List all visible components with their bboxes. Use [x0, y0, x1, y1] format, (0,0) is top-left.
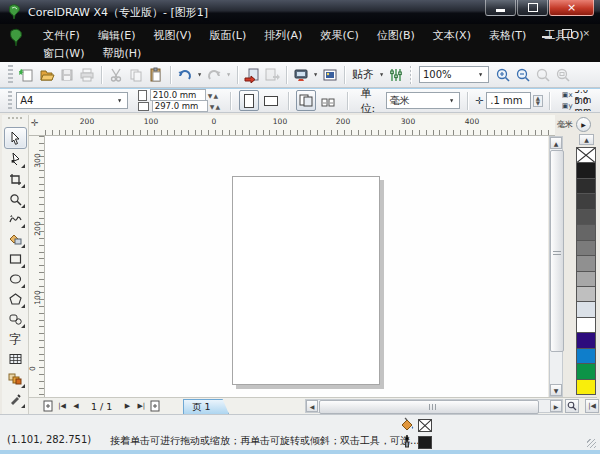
menu-bitmaps[interactable]: 位图(B) [368, 27, 424, 44]
first-page-button[interactable]: |◀ [55, 399, 69, 414]
menu-layout[interactable]: 版面(L) [201, 27, 256, 44]
duplicate-y-field[interactable]: 5.0 mm [575, 96, 600, 111]
scroll-left-button[interactable]: ◀ [306, 400, 318, 412]
paste-icon[interactable] [146, 65, 166, 85]
menu-help[interactable]: 帮助(H) [93, 45, 150, 62]
document-page[interactable] [232, 176, 380, 385]
vertical-ruler[interactable]: 300 200 100 0 [29, 136, 45, 397]
toolbar-grip[interactable] [8, 65, 13, 85]
menu-file[interactable]: 文件(F) [34, 27, 89, 44]
menu-effects[interactable]: 效果(C) [311, 27, 367, 44]
interactive-blend-tool[interactable] [5, 369, 26, 389]
zoom-in-icon[interactable] [493, 65, 513, 85]
units-select[interactable]: 毫米 ▼ [386, 92, 460, 109]
horizontal-ruler[interactable]: ✛ 200 100 0 100 200 300 400 [29, 115, 555, 136]
zoom-out-icon[interactable] [513, 65, 533, 85]
menu-edit[interactable]: 编辑(E) [89, 27, 145, 44]
smart-fill-tool[interactable] [5, 229, 26, 249]
palette-scroll-up-button[interactable]: ▲ [579, 134, 594, 145]
document-navigator-button[interactable] [565, 399, 579, 413]
last-page-button[interactable]: ▶| [134, 399, 148, 414]
scroll-up-button[interactable]: ▲ [550, 137, 562, 149]
ruler-origin-icon[interactable]: ✛ [31, 118, 39, 128]
palette-flyout-button[interactable]: ▶ [576, 117, 591, 132]
open-icon[interactable] [37, 65, 57, 85]
page-indicator[interactable]: 1 / 1 [91, 401, 112, 412]
application-launcher-icon[interactable] [291, 65, 311, 85]
paper-type-select[interactable]: A4 ▼ [16, 92, 128, 109]
import-icon[interactable] [242, 65, 262, 85]
color-swatch[interactable] [576, 163, 596, 178]
horizontal-scrollbar[interactable]: ◀ ▶ [305, 399, 563, 413]
color-swatch[interactable] [576, 179, 596, 194]
page-tab[interactable]: 页 1 [183, 399, 229, 414]
launcher-dropdown-icon[interactable]: ▼ [313, 72, 318, 77]
color-swatch[interactable] [576, 380, 596, 395]
restore-button[interactable] [517, 0, 548, 16]
add-page-before-button[interactable] [41, 399, 55, 414]
paper-height-spinner[interactable]: ▼▲ [210, 103, 221, 110]
next-page-button[interactable]: ▶ [120, 399, 134, 414]
menu-view[interactable]: 视图(V) [144, 27, 200, 44]
nudge-offset-field[interactable]: .1 mm [486, 92, 530, 109]
basic-shapes-tool[interactable] [5, 309, 26, 329]
window-resize-grip[interactable] [587, 439, 596, 448]
color-swatch[interactable] [576, 194, 596, 209]
vertical-scrollbar[interactable]: ▲ ▼ [549, 136, 563, 397]
color-swatch[interactable] [576, 241, 596, 256]
horizontal-scroll-thumb[interactable] [319, 400, 539, 414]
color-swatch[interactable] [576, 272, 596, 287]
palette-collapse-button[interactable]: |◀ [585, 399, 599, 413]
previous-page-button[interactable]: ◀ [69, 399, 83, 414]
doc-restore-button[interactable] [562, 29, 572, 38]
color-swatch[interactable] [576, 256, 596, 271]
snap-to-button[interactable]: 贴齐 [349, 65, 377, 84]
property-bar-grip[interactable] [8, 91, 12, 111]
color-swatch[interactable] [576, 225, 596, 240]
color-swatch-none[interactable] [576, 147, 596, 163]
zoom-level-select[interactable]: 100% ▼ [419, 66, 489, 83]
outline-color-swatch[interactable] [418, 436, 432, 449]
menu-window[interactable]: 窗口(W) [34, 45, 93, 62]
options-icon[interactable] [386, 65, 406, 85]
text-tool[interactable]: 字 [5, 329, 26, 349]
zoom-tool[interactable] [5, 189, 26, 209]
menu-table[interactable]: 表格(T) [480, 27, 535, 44]
snap-dropdown-icon[interactable]: ▼ [379, 72, 384, 77]
freehand-tool[interactable] [5, 209, 26, 229]
fill-color-swatch[interactable] [418, 419, 432, 432]
scroll-right-button[interactable]: ▶ [550, 400, 562, 412]
all-pages-button[interactable] [296, 90, 316, 111]
undo-dropdown-icon[interactable]: ▼ [197, 72, 202, 77]
color-swatch[interactable] [576, 210, 596, 225]
welcome-screen-icon[interactable] [320, 65, 340, 85]
minimize-button[interactable] [485, 0, 516, 16]
polygon-tool[interactable] [5, 289, 26, 309]
ellipse-tool[interactable] [5, 269, 26, 289]
color-swatch[interactable] [576, 333, 596, 348]
vertical-scroll-thumb[interactable] [550, 150, 564, 352]
scroll-down-button[interactable]: ▼ [550, 384, 562, 396]
eyedropper-tool[interactable] [5, 389, 26, 409]
landscape-button[interactable] [261, 90, 281, 111]
drawing-canvas[interactable] [45, 136, 548, 397]
undo-icon[interactable] [175, 65, 195, 85]
nudge-spinner[interactable]: ▲▼ [533, 95, 543, 107]
menu-arrange[interactable]: 排列(A) [255, 27, 311, 44]
doc-close-button[interactable]: × [582, 28, 590, 38]
color-swatch[interactable] [576, 364, 596, 379]
paper-width-spinner[interactable]: ▼▲ [208, 92, 219, 99]
portrait-button[interactable] [239, 90, 259, 111]
new-document-icon[interactable] [17, 65, 37, 85]
color-swatch[interactable] [576, 349, 596, 364]
color-swatch[interactable] [576, 287, 596, 302]
doc-minimize-button[interactable] [542, 29, 552, 38]
color-swatch[interactable] [576, 302, 596, 317]
shape-tool[interactable] [5, 149, 26, 169]
facing-pages-button[interactable] [318, 90, 338, 111]
color-swatch[interactable] [576, 318, 596, 333]
table-tool[interactable] [5, 349, 26, 369]
crop-tool[interactable] [5, 169, 26, 189]
paper-height-field[interactable]: 297.0 mm [152, 100, 208, 112]
close-button[interactable]: × [549, 0, 594, 16]
